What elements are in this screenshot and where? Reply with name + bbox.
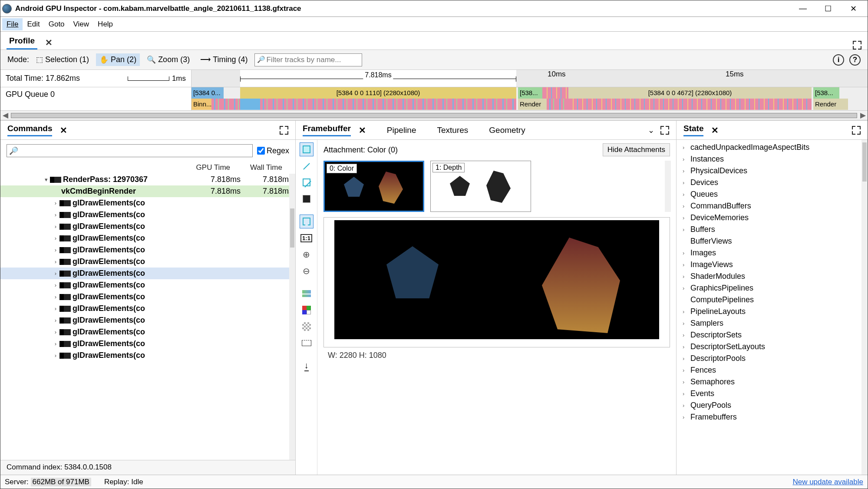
mode-timing[interactable]: ⟶Timing (4) — [197, 53, 251, 66]
commands-search-input[interactable] — [7, 144, 253, 157]
state-item[interactable]: ›Buffers — [677, 224, 868, 235]
tab-pipeline[interactable]: Pipeline — [387, 126, 416, 135]
oneone-tool[interactable]: 1:1 — [300, 231, 314, 245]
menu-help[interactable]: Help — [93, 18, 117, 30]
time-ruler[interactable]: 5ms 10ms 15ms 7.818ms — [191, 70, 868, 87]
command-row[interactable]: ›glDrawElements(co — [0, 268, 295, 279]
tab-profile[interactable]: Profile — [7, 33, 37, 50]
menu-file[interactable]: File — [2, 18, 23, 30]
download-tool[interactable]: ↓ — [300, 359, 314, 373]
expand-icon[interactable] — [853, 41, 861, 50]
menu-edit[interactable]: Edit — [23, 18, 44, 30]
state-item[interactable]: ›QueryPools — [677, 400, 868, 411]
state-item[interactable]: ›PipelineLayouts — [677, 306, 868, 317]
command-row[interactable]: ›glDrawElements(co — [0, 279, 295, 291]
command-row[interactable]: ›glDrawElements(co — [0, 303, 295, 314]
state-item[interactable]: ›ImageViews — [677, 259, 868, 271]
maximize-button[interactable]: ☐ — [815, 1, 841, 17]
minimize-button[interactable]: — — [790, 1, 815, 17]
tab-profile-close[interactable]: ✕ — [45, 37, 53, 50]
menu-view[interactable]: View — [69, 18, 94, 30]
close-button[interactable]: ✕ — [841, 1, 866, 17]
commands-scrollbar[interactable] — [289, 174, 295, 460]
help-icon[interactable]: ? — [849, 54, 861, 66]
crop-tool[interactable] — [300, 336, 314, 350]
fit-tool[interactable] — [300, 142, 314, 156]
command-row[interactable]: ›glDrawElements(co — [0, 221, 295, 232]
tab-geometry[interactable]: Geometry — [489, 126, 525, 135]
hide-attachments-button[interactable]: Hide Attachments — [603, 143, 670, 156]
zoom-in-tool[interactable]: ⊕ — [300, 248, 314, 261]
state-item[interactable]: ›DescriptorSetLayouts — [677, 341, 868, 353]
seg-d[interactable]: [5384 0 0 4672] (2280x1080) — [568, 87, 812, 99]
mode-selection[interactable]: ⬚Selection (1) — [33, 53, 92, 66]
mode-pan[interactable]: ✋Pan (2) — [96, 53, 140, 66]
state-item[interactable]: ›BufferViews — [677, 235, 868, 247]
state-item[interactable]: ›Instances — [677, 153, 868, 165]
command-row[interactable]: ›glDrawElements(co — [0, 314, 295, 326]
state-close[interactable]: ✕ — [711, 125, 719, 135]
seg-e[interactable]: [538... — [813, 87, 839, 99]
chevron-down-icon[interactable]: ⌄ — [648, 126, 654, 135]
state-item[interactable]: ›DeviceMemories — [677, 212, 868, 224]
command-row[interactable]: ›glDrawElements(co — [0, 197, 295, 209]
state-item[interactable]: ›ComputePipelines — [677, 294, 868, 306]
command-row[interactable]: ›glDrawElements(co — [0, 326, 295, 338]
state-item[interactable]: ›DescriptorSets — [677, 329, 868, 341]
state-scrollbar[interactable] — [861, 140, 868, 475]
state-expand-icon[interactable] — [852, 126, 861, 135]
info-icon[interactable]: i — [833, 54, 844, 66]
command-row[interactable]: ▾RenderPass: 129703677.818ms7.818ms — [0, 174, 295, 185]
state-item[interactable]: ›Samplers — [677, 317, 868, 329]
state-item[interactable]: ›cachedUnpackedImageAspectBits — [677, 142, 868, 153]
histogram-tool[interactable] — [300, 287, 314, 301]
command-row[interactable]: vkCmdBeginRender7.818ms7.818ms — [0, 185, 295, 197]
framebuffer-close[interactable]: ✕ — [359, 125, 366, 135]
menu-goto[interactable]: Goto — [44, 18, 69, 30]
thumb-color[interactable]: 0: Color — [323, 161, 424, 212]
filter-tracks-input[interactable] — [254, 53, 362, 66]
channels-tool[interactable] — [300, 303, 314, 317]
framebuffer-expand-icon[interactable] — [660, 126, 669, 135]
commands-title[interactable]: Commands — [7, 124, 52, 136]
seg-a[interactable]: [5384 0... — [191, 87, 224, 99]
state-item[interactable]: ›Semaphores — [677, 376, 868, 388]
state-item[interactable]: ›Images — [677, 247, 868, 259]
state-item[interactable]: ›DescriptorPools — [677, 353, 868, 364]
state-tree[interactable]: ›cachedUnpackedImageAspectBits›Instances… — [677, 140, 868, 475]
state-item[interactable]: ›PhysicalDevices — [677, 165, 868, 177]
overlay-tool[interactable] — [300, 175, 314, 189]
black-tool[interactable] — [300, 192, 314, 206]
commands-expand-icon[interactable] — [280, 126, 288, 135]
commands-close[interactable]: ✕ — [60, 125, 67, 135]
update-link[interactable]: New update available — [792, 478, 863, 486]
thumb-depth[interactable]: 1: Depth — [430, 161, 531, 212]
checker-tool[interactable] — [300, 320, 314, 334]
state-item[interactable]: ›GraphicsPipelines — [677, 282, 868, 294]
command-row[interactable]: ›glDrawElements(co — [0, 209, 295, 221]
regex-checkbox[interactable]: Regex — [257, 146, 289, 155]
state-item[interactable]: ›Framebuffers — [677, 411, 868, 423]
command-row[interactable]: ›glDrawElements(co — [0, 256, 295, 268]
framebuffer-view[interactable] — [323, 217, 670, 347]
seg-e-sub[interactable]: Render — [813, 99, 848, 110]
state-title[interactable]: State — [683, 124, 703, 136]
wire-tool[interactable] — [300, 159, 314, 173]
command-row[interactable]: ›glDrawElements(co — [0, 338, 295, 350]
framebuffer-title[interactable]: Framebuffer — [303, 124, 351, 136]
zoom-out-tool[interactable]: ⊖ — [300, 264, 314, 278]
seg-a-sub[interactable]: Binn... — [191, 99, 211, 110]
state-item[interactable]: ›Queues — [677, 188, 868, 200]
state-item[interactable]: ›ShaderModules — [677, 271, 868, 282]
gpu-queue-track[interactable]: [5384 0... Binn... [5384 0 0 1110] (2280… — [191, 87, 868, 110]
tab-textures[interactable]: Textures — [437, 126, 468, 135]
state-item[interactable]: ›Events — [677, 388, 868, 400]
state-item[interactable]: ›CommandBuffers — [677, 200, 868, 212]
command-row[interactable]: ›glDrawElements(co — [0, 232, 295, 244]
thumbs-scrollbar[interactable] — [665, 161, 671, 212]
command-row[interactable]: ›glDrawElements(co — [0, 350, 295, 361]
bound-tool[interactable] — [300, 215, 314, 228]
state-item[interactable]: ›Fences — [677, 364, 868, 376]
timeline-scrollbar[interactable]: ◀▶ — [0, 111, 868, 120]
seg-b[interactable]: [5384 0 0 1110] (2280x1080) — [240, 87, 516, 99]
